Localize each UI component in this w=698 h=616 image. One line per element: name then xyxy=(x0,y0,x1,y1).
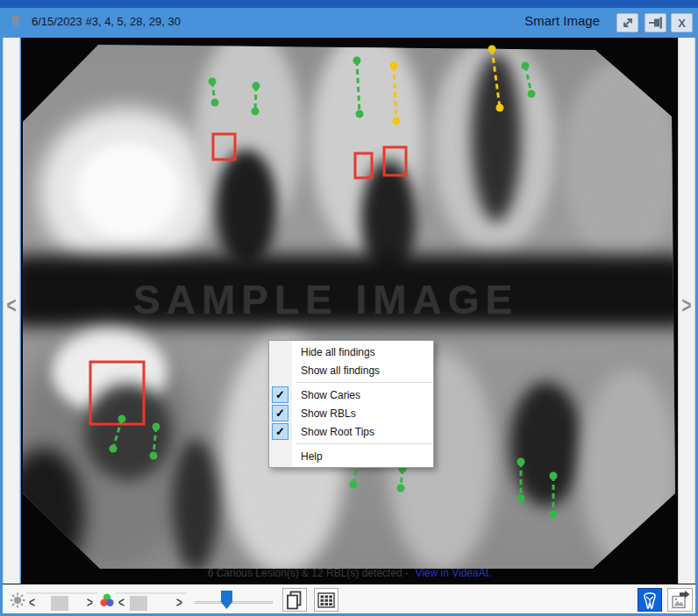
menu-item-help[interactable]: Help xyxy=(269,447,433,465)
videaai-link[interactable]: View in VideaAI. xyxy=(415,567,491,579)
close-icon: X xyxy=(678,17,686,30)
grid-view-button[interactable] xyxy=(314,588,338,612)
copy-layout-button[interactable] xyxy=(282,588,307,612)
findings-status: 6 Carious Lesion(s) & 12 RBL(s) detected… xyxy=(21,567,678,579)
brightness-scrollbar: < > xyxy=(26,592,97,611)
caries-finding-box xyxy=(384,147,406,175)
expand-icon xyxy=(621,16,635,30)
radiograph-viewport: SAMPLE IMAGE 6 Carious Lesion(s) & 12 RB… xyxy=(21,38,678,584)
context-menu-items: Hide all findingsShow all findings✓Show … xyxy=(269,343,433,465)
rbl-finding-line xyxy=(252,82,260,116)
tooth-icon xyxy=(10,14,22,28)
next-image-button[interactable]: > xyxy=(679,293,694,319)
findings-summary: 6 Carious Lesion(s) & 12 RBL(s) detected… xyxy=(208,567,412,579)
checkmark-icon: ✓ xyxy=(272,423,288,440)
rbl-finding-line xyxy=(110,415,126,453)
rbl-finding-line xyxy=(517,458,525,503)
brightness-thumb[interactable] xyxy=(51,596,68,611)
menu-separator xyxy=(296,443,431,444)
window-title: 6/15/2023 #3, 4, 5, 28, 29, 30 xyxy=(32,15,181,28)
ai-tooth-icon xyxy=(641,591,659,610)
expand-button[interactable] xyxy=(616,13,638,32)
color-thumb[interactable] xyxy=(130,596,147,611)
close-button[interactable]: X xyxy=(671,13,693,32)
zoom-slider-thumb[interactable] xyxy=(221,591,232,609)
color-adjust-icon xyxy=(100,593,114,607)
menu-item-show-caries[interactable]: ✓Show Caries xyxy=(269,386,433,404)
menu-item-show-all-findings[interactable]: Show all findings xyxy=(269,361,433,379)
prev-image-strip: < xyxy=(3,38,20,584)
caries-finding-box xyxy=(90,362,144,424)
menu-item-label: Show RBLs xyxy=(301,407,356,420)
panel-title: Smart Image xyxy=(524,13,600,28)
rbl-finding-line xyxy=(150,423,160,460)
color-right-arrow[interactable]: > xyxy=(176,595,182,611)
menu-item-show-rbls[interactable]: ✓Show RBLs xyxy=(269,404,433,422)
menu-separator xyxy=(296,382,431,383)
pin-button[interactable] xyxy=(645,13,666,32)
bottom-toolbar: < > < > xyxy=(3,584,695,613)
ai-findings-toggle-button[interactable] xyxy=(637,588,662,612)
rbl-finding-line xyxy=(209,78,219,107)
titlebar: 6/15/2023 #3, 4, 5, 28, 29, 30 Smart Ima… xyxy=(0,0,698,38)
export-image-button[interactable] xyxy=(667,588,693,612)
menu-item-show-root-tips[interactable]: ✓Show Root Tips xyxy=(269,422,433,441)
brightness-left-arrow[interactable]: < xyxy=(29,595,35,611)
context-menu: Hide all findingsShow all findings✓Show … xyxy=(268,340,434,468)
menu-item-label: Help xyxy=(301,450,323,463)
caries-finding-box xyxy=(355,153,372,178)
menu-item-label: Show all findings xyxy=(301,365,380,377)
smart-image-window: 6/15/2023 #3, 4, 5, 28, 29, 30 Smart Ima… xyxy=(0,0,698,616)
color-scrollbar: < > xyxy=(116,592,187,611)
grid-icon xyxy=(317,591,336,610)
brightness-right-arrow[interactable]: > xyxy=(87,595,93,611)
menu-item-label: Show Root Tips xyxy=(301,426,374,438)
prev-image-button[interactable]: < xyxy=(4,293,19,319)
rbl-finding-line xyxy=(390,62,401,125)
rbl-finding-line xyxy=(397,465,407,492)
caries-finding-box xyxy=(213,134,235,159)
export-image-icon xyxy=(670,590,691,610)
findings-overlay xyxy=(21,38,678,584)
checkmark-icon: ✓ xyxy=(272,386,288,403)
rbl-finding-line xyxy=(488,46,504,112)
copy-pages-icon xyxy=(284,590,305,611)
pin-icon xyxy=(648,16,664,30)
next-image-strip: > xyxy=(678,38,695,584)
color-left-arrow[interactable]: < xyxy=(118,595,125,611)
checkmark-icon: ✓ xyxy=(272,405,288,421)
brightness-icon xyxy=(10,592,25,608)
rbl-finding-line xyxy=(550,472,558,519)
rbl-finding-line xyxy=(353,57,364,118)
menu-item-label: Show Caries xyxy=(301,389,360,401)
menu-item-label: Hide all findings xyxy=(301,346,375,358)
menu-item-hide-all-findings[interactable]: Hide all findings xyxy=(269,343,433,361)
zoom-slider-track[interactable] xyxy=(195,601,273,604)
rbl-finding-line xyxy=(522,62,536,98)
